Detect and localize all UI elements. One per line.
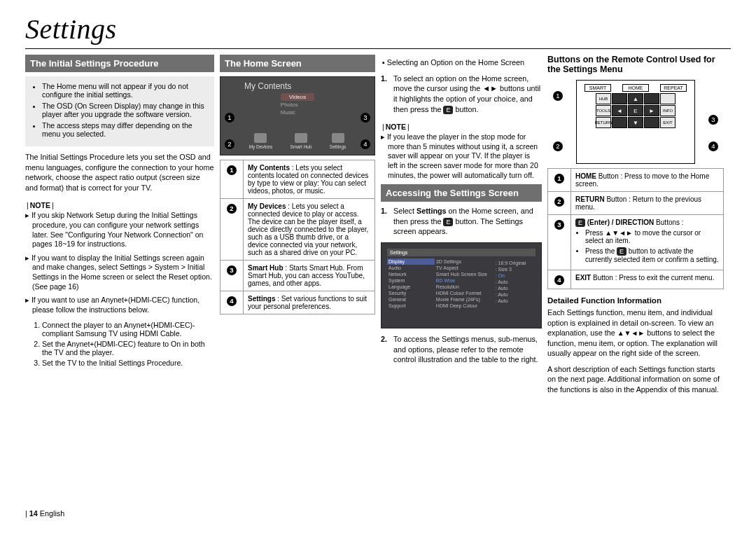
title-rule [25, 48, 731, 49]
step: 1. Select Settings on the Home screen, a… [381, 206, 542, 237]
up-arrow-icon: ▲ [628, 93, 643, 104]
direction-pad: HUB ▲ TOOLS ◄ E ► INFO RETURN ▼ EXIT [596, 93, 676, 128]
page-footer: | 14 English [25, 509, 64, 518]
table-row: 4 Settings : Set various functions to su… [220, 291, 375, 314]
select-option-head: ▪ Selecting an Option on the Home Screen [388, 57, 542, 68]
screen-menu: Videos Photos Music [281, 93, 314, 117]
tools-btn: TOOLS [596, 105, 611, 116]
direction-arrows-icon: ▲▼◄► [605, 229, 633, 237]
section-home-screen: The Home Screen [220, 55, 375, 72]
hub-btn: HUB [596, 93, 611, 104]
enter-button-icon: E [575, 219, 585, 227]
section-initial-settings: The Initial Settings Procedure [25, 55, 214, 72]
screen-icon-row: My Devices Smart Hub Settings [220, 133, 374, 149]
remote-btn: SMART [584, 84, 611, 92]
substep: Set the TV to the Initial Settings Proce… [42, 359, 214, 367]
table-row: 1 HOME Button : Press to move to the Hom… [548, 169, 724, 192]
highlight-box: The Home menu will not appear if you do … [25, 76, 214, 146]
manual-page: Settings The Initial Settings Procedure … [0, 0, 756, 533]
box-note: The Home menu will not appear if you do … [42, 82, 207, 99]
remote-diagram: SMART HOME REPEAT HUB ▲ TOOLS ◄ E ► INFO… [576, 80, 695, 164]
callout-4-icon: 4 [708, 141, 718, 151]
callout-3-icon: 3 [708, 115, 718, 125]
left-arrow-icon: ◄ [612, 105, 627, 116]
detail-p2: A short description of each Settings fun… [547, 364, 724, 395]
direction-arrows-icon: ▲▼◄► [617, 328, 645, 338]
step: 2. To access the Settings menus, sub-men… [381, 334, 542, 365]
home-screen-preview: My Contents Videos Photos Music My Devic… [220, 76, 375, 155]
table-row: 4 EXIT Button : Press to exit the curren… [548, 270, 724, 289]
remote-btn: HOME [622, 84, 649, 92]
enter-button-icon: E [443, 218, 453, 226]
note-item: If you want to use an Anynet+(HDMI-CEC) … [32, 296, 214, 314]
step: 1. To select an option on the Home scree… [381, 74, 542, 115]
down-arrow-icon: ▼ [628, 117, 643, 128]
callout-1-icon: 1 [553, 91, 563, 101]
callout-2-icon: 2 [553, 141, 563, 151]
info-btn: INFO [660, 105, 676, 116]
return-btn: RETURN [596, 117, 611, 128]
remote-heading: Buttons on the Remote Control Used for t… [547, 55, 724, 74]
section-accessing: Accessing the Settings Screen [381, 184, 542, 202]
detail-p1: Each Settings function, menu item, and i… [547, 307, 724, 359]
right-arrow-icon: ► [644, 105, 659, 116]
table-row: 3 Smart Hub : Starts Smart Hub. From Sma… [220, 261, 375, 291]
table-row: 2 RETURN Button : Return to the previous… [548, 192, 724, 215]
box-note: The OSD (On Screen Display) may change i… [42, 102, 207, 118]
left-right-arrows-icon: ◄► [482, 84, 498, 92]
col-2: The Home Screen My Contents Videos Photo… [220, 55, 375, 401]
settings-screen-preview: Settings Display Audio Network System La… [381, 242, 542, 328]
callout-3-icon: 3 [360, 113, 370, 123]
initial-body: The Initial Settings Procedure lets you … [25, 152, 214, 193]
substep: Connect the player to an Anynet+(HDMI-CE… [42, 321, 214, 338]
enter-button-icon: E [617, 247, 626, 256]
enter-button-icon: E [443, 106, 453, 114]
callout-2-icon: 2 [225, 139, 234, 149]
settings-icon [332, 133, 344, 143]
callout-4-icon: 4 [360, 139, 370, 149]
col-4: Buttons on the Remote Control Used for t… [547, 55, 724, 401]
device-icon [254, 133, 267, 143]
note-item: If you skip Network Setup during the Ini… [32, 211, 214, 249]
note-label: NOTE [381, 123, 542, 131]
note-item: If you leave the player in the stop mode… [388, 132, 542, 180]
col-1: The Initial Settings Procedure The Home … [25, 55, 214, 401]
table-row: 2 My Devices : Lets you select a connect… [220, 199, 375, 261]
table-row: 1 My Contents : Lets you select contents… [220, 160, 375, 199]
columns: The Initial Settings Procedure The Home … [25, 55, 731, 401]
box-note: The access steps may differ depending on… [42, 121, 207, 138]
callout-1-icon: 1 [225, 113, 234, 123]
page-title: Settings [25, 13, 731, 46]
screen-title: My Contents [220, 81, 374, 91]
detail-heading: Detailed Function Information [547, 296, 724, 305]
enter-btn: E [628, 105, 643, 116]
remote-callout-table: 1 HOME Button : Press to move to the Hom… [547, 168, 724, 289]
smarthub-icon [295, 133, 307, 143]
substep: Set the Anynet+(HDMI-CEC) feature to On … [42, 340, 214, 357]
note-label: NOTE [25, 201, 214, 209]
col-3: ▪ Selecting an Option on the Home Screen… [381, 55, 542, 401]
remote-diagram-wrap: SMART HOME REPEAT HUB ▲ TOOLS ◄ E ► INFO… [547, 77, 724, 168]
note-item: If you want to display the Initial Setti… [32, 254, 214, 292]
exit-btn: EXIT [660, 117, 676, 128]
anynet-steps: Connect the player to an Anynet+(HDMI-CE… [36, 321, 214, 369]
remote-btn: REPEAT [660, 84, 687, 92]
home-callout-table: 1 My Contents : Lets you select contents… [220, 160, 375, 314]
table-row: 3 E (Enter) / DIRECTION Buttons : Press … [548, 215, 724, 270]
